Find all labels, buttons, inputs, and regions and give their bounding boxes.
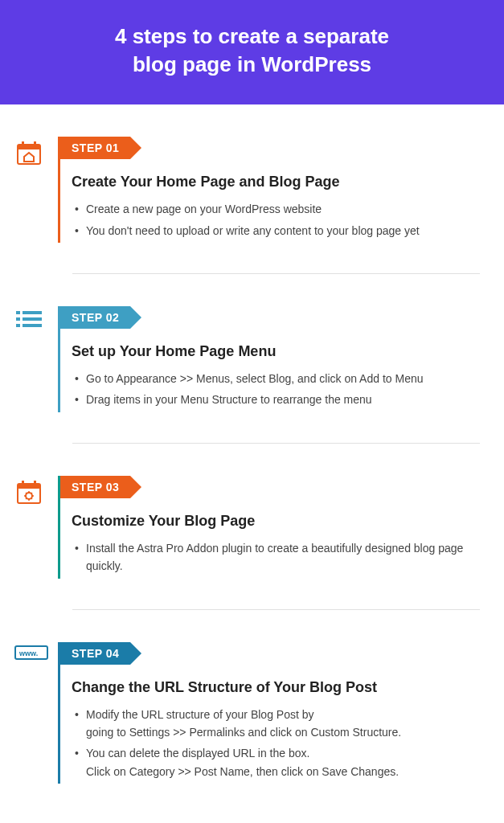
step-4-icon-col: www.: [14, 642, 58, 784]
svg-rect-3: [34, 141, 36, 146]
svg-point-14: [26, 493, 32, 499]
list-item: You don't need to upload or write any co…: [72, 222, 480, 240]
svg-text:www.: www.: [18, 649, 38, 657]
steps-container: STEP 01 Create Your Home Page and Blog P…: [0, 104, 504, 800]
step-4-badge: STEP 04: [60, 642, 130, 665]
svg-rect-2: [22, 141, 24, 146]
svg-rect-11: [18, 484, 40, 489]
step-1-body: STEP 01 Create Your Home Page and Blog P…: [58, 137, 480, 243]
svg-rect-12: [22, 481, 24, 485]
bullet-sub: going to Settings >> Permalinks and clic…: [86, 723, 480, 741]
bullet-main: Modify the URL structure of your Blog Po…: [86, 708, 314, 721]
menu-list-icon: [14, 308, 43, 330]
step-1-icon-col: [14, 137, 58, 243]
svg-rect-4: [16, 311, 20, 314]
step-4-body: STEP 04 Change the URL Structure of Your…: [58, 642, 480, 784]
step-2-title: Set up Your Home Page Menu: [72, 343, 480, 360]
title-line-1: 4 steps to create a separate: [115, 24, 389, 48]
step-2-icon-col: [14, 306, 58, 412]
step-1-badge: STEP 01: [60, 137, 130, 159]
step-3-bullets: Install the Astra Pro Addon plugin to cr…: [60, 539, 480, 575]
step-3-badge: STEP 03: [60, 476, 130, 498]
svg-rect-7: [23, 317, 42, 321]
step-4-bullets: Modify the URL structure of your Blog Po…: [60, 706, 480, 781]
svg-rect-6: [16, 317, 20, 321]
step-3: STEP 03 Customize Your Blog Page Install…: [14, 444, 480, 595]
step-1-title: Create Your Home Page and Blog Page: [72, 174, 480, 190]
www-url-icon: www.: [14, 644, 48, 661]
svg-rect-8: [16, 324, 20, 327]
step-2: STEP 02 Set up Your Home Page Menu Go to…: [14, 274, 480, 428]
svg-rect-9: [23, 324, 42, 327]
list-item: Drag items in your Menu Structure to rea…: [72, 391, 480, 408]
bullet-sub: Click on Category >> Post Name, then cli…: [86, 763, 480, 780]
list-item: Go to Appearance >> Menus, select Blog, …: [72, 370, 480, 387]
step-2-badge: STEP 02: [60, 306, 130, 329]
step-4-title: Change the URL Structure of Your Blog Po…: [72, 679, 480, 696]
step-3-title: Customize Your Blog Page: [72, 513, 480, 530]
settings-calendar-icon: [14, 477, 43, 506]
step-3-icon-col: [14, 476, 58, 579]
step-1-bullets: Create a new page on your WordPress webs…: [60, 200, 480, 240]
list-item: Create a new page on your WordPress webs…: [72, 200, 480, 218]
list-item: You can delete the displayed URL in the …: [72, 744, 480, 780]
page-title: 4 steps to create a separate blog page i…: [16, 23, 488, 79]
header-banner: 4 steps to create a separate blog page i…: [0, 0, 504, 104]
bullet-main: You can delete the displayed URL in the …: [86, 747, 309, 760]
calendar-home-icon: [14, 138, 43, 167]
list-item: Install the Astra Pro Addon plugin to cr…: [72, 539, 480, 575]
step-3-body: STEP 03 Customize Your Blog Page Install…: [58, 476, 480, 579]
list-item: Modify the URL structure of your Blog Po…: [72, 706, 480, 742]
svg-rect-13: [34, 481, 36, 485]
step-2-bullets: Go to Appearance >> Menus, select Blog, …: [60, 370, 480, 409]
step-1: STEP 01 Create Your Home Page and Blog P…: [14, 104, 480, 259]
step-4: www. STEP 04 Change the URL Structure of…: [14, 610, 480, 800]
svg-rect-5: [23, 311, 42, 314]
title-line-2: blog page in WordPress: [133, 52, 371, 76]
svg-rect-1: [18, 145, 40, 149]
step-2-body: STEP 02 Set up Your Home Page Menu Go to…: [58, 306, 480, 412]
